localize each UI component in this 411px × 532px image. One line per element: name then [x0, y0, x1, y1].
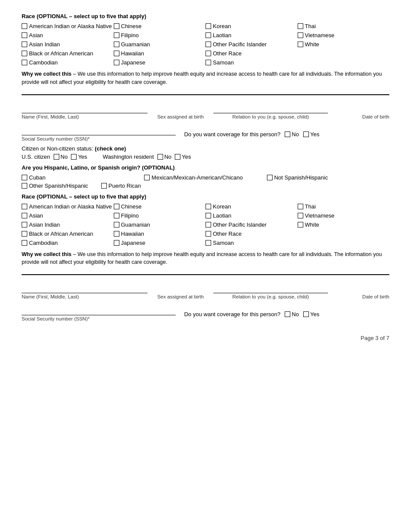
checkbox[interactable] [298, 222, 303, 228]
race-item[interactable]: Thai [298, 23, 390, 29]
hispanic-item-mexican[interactable]: Mexican/Mexican-American/Chicano [144, 174, 267, 181]
checkbox[interactable] [206, 240, 211, 246]
race-item[interactable]: Chinese [114, 23, 206, 29]
checkbox[interactable] [298, 32, 303, 38]
relation-underline[interactable] [213, 105, 328, 113]
checkbox[interactable] [114, 213, 119, 218]
coverage-no-checkbox-2[interactable] [285, 311, 290, 317]
race-item[interactable]: American Indian or Alaska Native [22, 203, 114, 210]
relation-underline-2[interactable] [213, 285, 328, 293]
checkbox[interactable] [22, 32, 27, 38]
name-underline[interactable] [22, 105, 148, 113]
race-item[interactable]: Laotian [206, 212, 298, 219]
race-item[interactable]: Samoan [206, 240, 298, 246]
ssn-underline-2[interactable] [22, 307, 176, 315]
race-item[interactable]: Guamanian [114, 221, 206, 228]
checkbox[interactable] [298, 42, 303, 47]
hispanic-item-puerto-rican[interactable]: Puerto Rican [101, 183, 141, 189]
citizen-yes-1[interactable]: Yes [71, 154, 87, 160]
race-item[interactable]: Other Race [206, 50, 298, 57]
checkbox[interactable] [114, 240, 119, 246]
checkbox[interactable] [206, 32, 211, 38]
race-item[interactable]: Black or African American [22, 50, 114, 57]
coverage-yes-checkbox-2[interactable] [303, 311, 309, 317]
race-item[interactable]: Filipino [114, 212, 206, 219]
ssn-underline-1[interactable] [22, 127, 176, 135]
race-item[interactable]: Cambodian [22, 240, 114, 246]
hispanic-item-not-spanish[interactable]: Not Spanish/Hispanic [267, 174, 389, 181]
hispanic-item-cuban[interactable]: Cuban [22, 174, 144, 181]
checkbox[interactable] [144, 175, 150, 180]
citizen-yes-checkbox-1[interactable] [71, 154, 77, 160]
checkbox[interactable] [114, 222, 119, 228]
race-item[interactable]: Japanese [114, 240, 206, 246]
washington-yes-checkbox-1[interactable] [175, 154, 180, 160]
washington-no-1[interactable]: No [157, 154, 172, 160]
race-item[interactable]: Cambodian [22, 59, 114, 66]
race-item[interactable]: Hawaiian [114, 50, 206, 57]
race-item[interactable]: White [298, 41, 390, 48]
checkbox[interactable] [114, 42, 119, 47]
checkbox[interactable] [206, 222, 211, 228]
checkbox[interactable] [22, 42, 27, 47]
checkbox[interactable] [114, 51, 119, 56]
race-item[interactable]: Filipino [114, 32, 206, 38]
race-item[interactable]: Other Race [206, 231, 298, 237]
checkbox[interactable] [114, 23, 119, 29]
checkbox[interactable] [22, 183, 27, 189]
checkbox[interactable] [22, 231, 27, 237]
checkbox[interactable] [206, 51, 211, 56]
checkbox[interactable] [22, 51, 27, 56]
coverage-no-2[interactable]: No [285, 311, 299, 317]
race-item[interactable]: Other Pacific Islander [206, 221, 298, 228]
coverage-yes-1[interactable]: Yes [303, 131, 319, 138]
race-item[interactable]: Samoan [206, 59, 298, 66]
race-item[interactable]: Asian Indian [22, 41, 114, 48]
race-item[interactable]: Guamanian [114, 41, 206, 48]
checkbox[interactable] [206, 231, 211, 237]
checkbox[interactable] [22, 204, 27, 209]
checkbox[interactable] [22, 60, 27, 65]
citizen-no-1[interactable]: No [54, 154, 68, 160]
race-item[interactable]: Asian [22, 32, 114, 38]
checkbox[interactable] [22, 222, 27, 228]
name-underline-2[interactable] [22, 285, 148, 293]
race-item[interactable]: Asian Indian [22, 221, 114, 228]
coverage-no-checkbox-1[interactable] [285, 131, 290, 137]
race-item[interactable]: Asian [22, 212, 114, 219]
checkbox[interactable] [267, 175, 273, 180]
checkbox[interactable] [22, 175, 27, 180]
race-item[interactable]: Japanese [114, 59, 206, 66]
checkbox[interactable] [206, 213, 211, 218]
checkbox[interactable] [298, 204, 303, 209]
race-item[interactable]: Thai [298, 203, 390, 210]
hispanic-item-other-spanish[interactable]: Other Spanish/Hispanic [22, 183, 88, 189]
washington-yes-1[interactable]: Yes [175, 154, 191, 160]
coverage-yes-2[interactable]: Yes [303, 311, 319, 317]
checkbox[interactable] [298, 23, 303, 29]
checkbox[interactable] [206, 42, 211, 47]
coverage-no-1[interactable]: No [285, 131, 299, 138]
checkbox[interactable] [114, 32, 119, 38]
checkbox[interactable] [298, 213, 303, 218]
race-item[interactable]: Other Pacific Islander [206, 41, 298, 48]
race-item[interactable]: Chinese [114, 203, 206, 210]
race-item[interactable]: Korean [206, 203, 298, 210]
race-item[interactable]: Korean [206, 23, 298, 29]
checkbox[interactable] [114, 60, 119, 65]
race-item[interactable]: White [298, 221, 390, 228]
checkbox[interactable] [206, 60, 211, 65]
checkbox[interactable] [114, 231, 119, 237]
race-item[interactable]: American Indian or Alaska Native [22, 23, 114, 29]
race-item[interactable]: Vietnamese [298, 212, 390, 219]
race-item[interactable]: Black or African American [22, 231, 114, 237]
checkbox[interactable] [206, 204, 211, 209]
checkbox[interactable] [114, 204, 119, 209]
race-item[interactable]: Vietnamese [298, 32, 390, 38]
coverage-yes-checkbox-1[interactable] [303, 131, 309, 137]
race-item[interactable]: Hawaiian [114, 231, 206, 237]
citizen-no-checkbox-1[interactable] [54, 154, 59, 160]
checkbox[interactable] [206, 23, 211, 29]
checkbox[interactable] [22, 23, 27, 29]
checkbox[interactable] [22, 240, 27, 246]
